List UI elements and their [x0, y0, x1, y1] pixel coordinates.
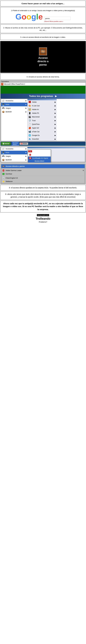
menu-item-juegos[interactable]: 🎮 Juegos ▶ [1, 106, 27, 110]
adobeimg-label: Adobe Im [32, 108, 39, 110]
right-atube[interactable]: 📹 aTube Cat ▶ [28, 130, 57, 134]
adobe-gamma-icon: A [29, 154, 32, 156]
right-trust[interactable]: 🛡️ Trust ▶ [28, 119, 57, 122]
menu-item-winrar2[interactable]: 📦 WinRAR ▶ [1, 158, 27, 162]
klite-icon: 🎨 [28, 104, 31, 107]
juegos2-icon: 🎮 [2, 155, 5, 158]
step5-instruction: 5- el acceso directo quedara en la carpe… [2, 186, 84, 189]
sub2-gonvisor-label: GonVisor [6, 173, 12, 175]
winrar-label: WinRAR [6, 111, 12, 113]
taskbar-acceso: Accesodirect... [12, 142, 19, 146]
search-input[interactable] [44, 17, 70, 20]
acceso-icon[interactable]: 🎞️ Accesodirecto aporno [37, 48, 48, 66]
sub-adobe-gamma[interactable]: A Adobe Gamma Loader [28, 153, 51, 156]
atube-arrow: ▶ [55, 131, 56, 132]
right-adobe[interactable]: 🅰 Adobe ▶ [28, 100, 57, 104]
nuevo-text: ¡Nuevo! Ahora puedes usar u [44, 20, 63, 22]
google-area: Google ¡Nuevo! Ahora puedes usar u [2, 13, 84, 22]
right-greenfish[interactable]: 🐟 Greenfish ▶ [28, 137, 57, 141]
trust-label: Trust [32, 120, 36, 122]
taskbar-adobe: 🅰️ Adobe [20, 142, 28, 145]
greenfish-arrow: ▶ [55, 138, 56, 140]
sub-acrobat[interactable]: 📖 AcroReader 6.0 Sprint [28, 156, 51, 160]
menu-item-accesorios2[interactable]: 📰 Accesorios ▶ [1, 147, 27, 151]
inicio-label: Inicio [6, 104, 9, 106]
accesorios-icon: 📰 [2, 99, 5, 102]
macromed-label: Macromed [32, 116, 40, 118]
menu-item-accesorios[interactable]: 📰 Accesorios ▶ [1, 99, 27, 102]
klite-arrow: ▶ [55, 105, 56, 107]
acc2-arrow: ▶ [26, 148, 27, 150]
arrow-icon2: ▶ [26, 104, 27, 105]
sub2-arrow: ht [83, 170, 84, 171]
google-earth-icon: 🌐 [28, 134, 31, 137]
menu-item-juegos2[interactable]: 🎮 Juegos ▶ [1, 154, 27, 158]
right-klite[interactable]: 🎨 K-Lite Cod ▶ [28, 104, 57, 108]
programs-label: Todos los programas [29, 95, 53, 98]
sub-gonvisor[interactable]: G GonVisor [28, 162, 51, 163]
start-button[interactable]: ⊞ Inicio [1, 142, 11, 145]
apple-label: Apple Sof [32, 127, 39, 129]
menu-item-inicio[interactable]: 🖥️ Inicio ▶ [1, 102, 27, 106]
macromed-icon: 🎬 [28, 116, 31, 118]
right-apple[interactable]: 🍎 Apple Sof ▶ [28, 126, 57, 130]
greenfish-label: Greenfish [32, 138, 39, 140]
trolleando-title: Trolleando [1, 217, 85, 220]
right-quicktime[interactable]: ⏱️ QuickTime ▶ [28, 122, 57, 126]
submenu-inicio: PDF doPDF 5 A Adobe Gamma Loader [28, 150, 51, 163]
taskbar-bottom: ⊞ Inicio Accesodirect... 🅰️ Adobe [1, 142, 85, 146]
sub2-cheat[interactable]: 💀 Cheat Engine 6.0 [1, 176, 85, 180]
right-googleearth[interactable]: 🌐 Google Ea ▶ [28, 134, 57, 137]
winscreen3: 🎞️ Acceso directo a porno A Adobe Gamma … [0, 164, 86, 184]
sub2-adobe-label: Adobe Gamma Loader [6, 170, 22, 172]
intro-section: Como hacer pasar un mal rato a tus amigo… [0, 0, 86, 6]
menu-item-winrar[interactable]: 📦 WinRAR ▶ [1, 110, 27, 114]
adobe-icon: 🅰 [28, 101, 31, 104]
googleearth-arrow: ▶ [55, 134, 56, 136]
step1-instruction: 1-Pídele el ordenador a un amigo, busca … [2, 10, 84, 12]
winrar-icon: 📦 [2, 110, 5, 113]
ini2-icon: 🖥️ [2, 151, 5, 154]
adobe-label: Adobe [32, 101, 37, 103]
step1-section: 1-Pídele el ordenador a un amigo, busca … [0, 7, 86, 24]
trust-icon: 🛡️ [28, 119, 31, 122]
sub-dopdf[interactable]: PDF doPDF 5 [28, 150, 51, 153]
google-logo: Google [16, 13, 43, 21]
sub2-gonvisor[interactable]: G GonVisor [1, 172, 85, 176]
right-macromed[interactable]: 🎬 Macromed ▶ [28, 115, 57, 119]
taskbar-top: Calculadora [1, 80, 85, 83]
powerpoint-bar: P Microsoft Office PowerPoint 2 [1, 83, 85, 86]
juegos-icon: 🎮 [2, 107, 5, 110]
sub2-cheat-label: Cheat Engine 6.0 [6, 177, 18, 179]
site-tag: dontacceptit.com [37, 214, 49, 216]
ini2-label: Inicio [6, 152, 9, 154]
right-adobeph[interactable]: 📱 Adobe Ph ▶ [28, 111, 57, 115]
programs-banner: Todos los programas ▶ [1, 94, 85, 99]
apple-arrow: ▶ [55, 127, 56, 129]
step5-section: 5- el acceso directo quedara en la carpe… [0, 185, 86, 191]
menu-item-inicio2[interactable]: 🖥️ Inicio ▶ PDF doPDF 5 A [1, 151, 27, 154]
desktop-bg2 [1, 86, 85, 94]
juegos-label: Juegos [6, 107, 11, 109]
icon-label: Accesodirecto aporno [37, 56, 48, 66]
adobe-arrow: ▶ [55, 101, 56, 103]
acc2-icon: 📰 [2, 148, 5, 150]
start-label: Inicio [5, 143, 9, 144]
powerpoint-label: Microsoft Office PowerPoint 2 [4, 83, 25, 85]
step6-section: 6- ahora solo tienes que darle click der… [0, 191, 86, 200]
start-right: 🅰 Adobe ▶ 🎨 K-Lite Cod ▶ 🖼️ Adobe Im ▶ 📱… [28, 99, 57, 141]
winrar2-icon: 📦 [2, 158, 5, 162]
acceso-porno-label: Acceso directo a porno [6, 165, 25, 167]
sub2-stellarium[interactable]: ⭐ Stellarium [1, 180, 85, 183]
right-adobeimg[interactable]: 🖼️ Adobe Im ▶ [28, 108, 57, 111]
sub2-adobe-gamma[interactable]: A Adobe Gamma Loader ht [1, 169, 85, 172]
arrow-icon: ▶ [26, 100, 27, 102]
quicktime-arrow: ▶ [55, 123, 56, 125]
sub-acceso-porno[interactable]: 🎞️ Acceso directo a porno [1, 164, 85, 168]
google-earth-label: Google Ea [32, 134, 40, 136]
winscreen1: Calculadora P Microsoft Office PowerPoin… [0, 80, 86, 146]
greenfish-icon: 🐟 [28, 138, 31, 140]
intro-title: Como hacer pasar un mal rato a tus amigo… [2, 2, 84, 5]
adobeph-label: Adobe Ph [32, 112, 39, 114]
quicktime-icon: ⏱️ [28, 123, 31, 126]
